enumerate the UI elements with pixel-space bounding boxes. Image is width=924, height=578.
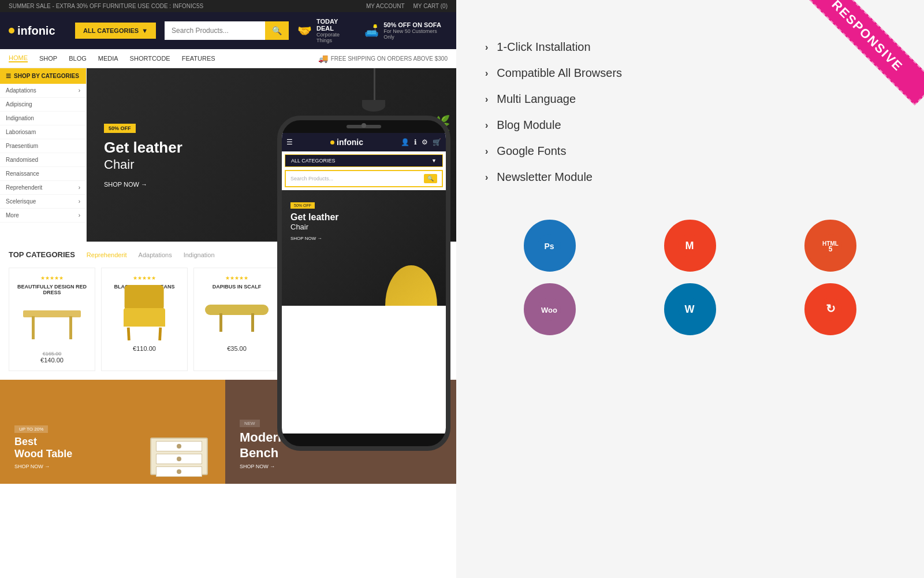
phone-search-bar: Search Products... 🔍 — [285, 170, 443, 187]
nav-shop[interactable]: SHOP — [39, 55, 57, 62]
product-card-1[interactable]: ★★★★★ BEAUTIFULLY DESIGN RED DRESS €165.… — [9, 268, 95, 371]
product-price-3: €35.00 — [201, 345, 273, 352]
deal-label: TODAY DEAL — [316, 18, 356, 32]
menu-icon: ☰ — [6, 73, 11, 79]
search-bar: 🔍 — [165, 21, 289, 40]
logo-text: infonic — [17, 24, 55, 38]
arrow-icon-1: › — [485, 42, 488, 53]
nav-home[interactable]: HOME — [9, 54, 28, 62]
sidebar-item-adipiscing[interactable]: Adipiscing — [0, 98, 86, 112]
product-price-1: €140.00 — [16, 357, 88, 364]
phone-info-icon: ℹ — [414, 138, 417, 146]
logo: infonic — [9, 24, 66, 38]
tab-reprehenderit[interactable]: Reprehenderit — [87, 251, 127, 258]
product-card-3[interactable]: ★★★★★ DAPIBUS IN SCALF €35.00 — [193, 268, 280, 371]
html5-svg: HTML 5 — [818, 233, 844, 259]
arrow-icon-3: › — [485, 94, 488, 105]
feature-text-2: Compatible All Browsers — [497, 66, 622, 80]
svg-text:5: 5 — [828, 245, 832, 253]
tech-icon-prestashop: Ps — [485, 220, 614, 272]
sale-text: SUMMER SALE - EXTRA 30% OFF FURNITURE US… — [9, 3, 203, 9]
tech-icons-grid: Ps M HTML 5 — [485, 220, 895, 335]
phone-categories-btn[interactable]: ALL CATEGORIES ▼ — [285, 154, 443, 167]
banner-badge-2: NEW — [240, 420, 260, 427]
sofa-deal-block: 🛋️ 50% OFF ON SOFA For New 50 Customers … — [364, 21, 448, 40]
arrow-icon-4: › — [485, 120, 488, 131]
product-img-2 — [109, 294, 180, 340]
truck-icon: 🚚 — [318, 54, 328, 63]
sidebar-item-praesentium[interactable]: Praesentium — [0, 139, 86, 153]
phone-logo: infonic — [330, 138, 363, 147]
hero-title: Get leather — [104, 139, 182, 157]
sidebar-header: ☰ SHOP BY CATEGORIES — [0, 68, 86, 84]
nav-media[interactable]: MEDIA — [98, 55, 118, 62]
phone-hero-subtitle: Chair — [290, 223, 437, 231]
magento-svg: M — [677, 233, 703, 259]
feature-text-4: Blog Module — [497, 118, 561, 132]
sidebar-item-scelerisque[interactable]: Scelerisque› — [0, 195, 86, 209]
sidebar-item-more[interactable]: More› — [0, 209, 86, 223]
search-button[interactable]: 🔍 — [265, 21, 289, 40]
phone-top-bar: ☰ infonic 👤 ℹ ⚙ 🛒 — [282, 133, 446, 151]
phone-dropdown-icon: ▼ — [431, 158, 437, 164]
phone-hero-badge: 50% OFF — [290, 202, 315, 209]
phone-body: ☰ infonic 👤 ℹ ⚙ 🛒 ALL CATEGORIES ▼ — [277, 116, 450, 451]
hero-content: 50% OFF Get leather Chair SHOP NOW → — [104, 122, 182, 187]
tab-indignation[interactable]: Indignation — [184, 251, 215, 258]
banner-cta-2[interactable]: SHOP NOW → — [240, 464, 442, 469]
product-name-3: DAPIBUS IN SCALF — [201, 284, 273, 290]
prestashop-svg: Ps — [536, 233, 562, 259]
sidebar-item-adaptations[interactable]: Adaptations› — [0, 84, 86, 98]
categories-button[interactable]: ALL CATEGORIES ▼ — [75, 23, 156, 39]
phone-camera — [362, 123, 366, 128]
nav-blog[interactable]: BLOG — [69, 55, 87, 62]
shipping-text: FREE SHIPPING ON ORDERS ABOVE $300 — [331, 55, 448, 62]
sofa-sub: For New 50 Customers Only — [383, 28, 448, 40]
tech-icon-woo: Woo — [485, 283, 614, 335]
feature-text-1: 1-Click Installation — [497, 40, 590, 54]
banner-badge-1: UP TO 20% — [14, 425, 48, 433]
product-img-1 — [16, 300, 88, 346]
dropdown-icon: ▼ — [141, 27, 148, 34]
sidebar-item-reprehenderit[interactable]: Reprehenderit› — [0, 181, 86, 195]
product-stars-2: ★★★★★ — [109, 275, 180, 281]
arrow-icon-2: › — [485, 68, 488, 79]
sidebar-item-renaissance[interactable]: Renaissance — [0, 167, 86, 181]
phone-mockup: ☰ infonic 👤 ℹ ⚙ 🛒 ALL CATEGORIES ▼ — [277, 116, 453, 462]
tab-adaptations[interactable]: Adaptations — [139, 251, 172, 258]
dresser-illustration — [150, 438, 208, 475]
product-name-1: BEAUTIFULLY DESIGN RED DRESS — [16, 284, 88, 295]
section-title: TOP CATEGORIES — [9, 250, 75, 259]
feature-text-6: Newsletter Module — [497, 171, 593, 184]
responsive-badge: RESPONSIVE — [808, 0, 924, 106]
tech-icon-magento: M — [625, 220, 754, 272]
phone-search-btn[interactable]: 🔍 — [424, 174, 437, 183]
deal-sub: Corporate Things — [316, 32, 356, 43]
arrow-icon-6: › — [485, 172, 488, 183]
phone-cat-label: ALL CATEGORIES — [291, 158, 336, 164]
hero-cta-button[interactable]: SHOP NOW → — [104, 181, 147, 188]
arrow-icon-5: › — [485, 146, 488, 157]
feature-item-5: › Google Fonts — [485, 144, 895, 158]
product-card-2[interactable]: ★★★★★ BLACK LOWEST JEANS €110.00 — [101, 268, 188, 371]
cart-link[interactable]: MY CART (0) — [413, 3, 448, 9]
svg-text:Ps: Ps — [545, 242, 554, 251]
header: infonic ALL CATEGORIES ▼ 🔍 🤝 TODAY DEAL … — [0, 12, 456, 49]
feature-text-5: Google Fonts — [497, 144, 566, 158]
phone-menu-icon: ☰ — [286, 138, 293, 146]
account-link[interactable]: MY ACCOUNT — [366, 3, 405, 9]
responsive-badge-container: RESPONSIVE — [808, 0, 924, 116]
product-stars-1: ★★★★★ — [16, 275, 88, 281]
sidebar-item-laboriosam[interactable]: Laboriosam — [0, 125, 86, 139]
phone-logo-text: infonic — [337, 138, 363, 147]
phone-search-placeholder: Search Products... — [290, 176, 424, 181]
nav-features[interactable]: FEATURES — [182, 55, 215, 62]
sofa-icon: 🛋️ — [364, 24, 379, 38]
sidebar-item-indignation[interactable]: Indignation — [0, 112, 86, 125]
sidebar-item-randomised[interactable]: Randomised — [0, 153, 86, 167]
search-input[interactable] — [165, 21, 265, 40]
svg-text:Woo: Woo — [541, 306, 557, 314]
nav-shortcode[interactable]: SHORTCODE — [130, 55, 170, 62]
tech-icon-wordpress: W — [625, 283, 754, 335]
phone-hero-cta[interactable]: SHOP NOW → — [290, 236, 437, 241]
